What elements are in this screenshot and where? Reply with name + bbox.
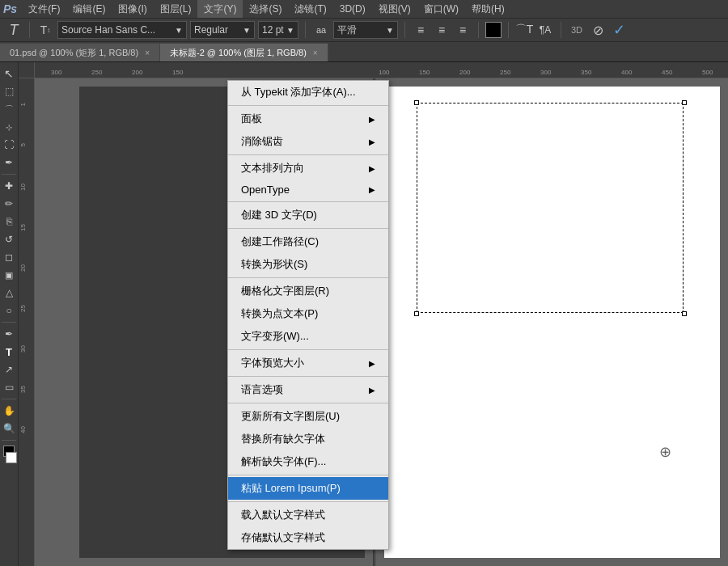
ruler-vertical: 1 5 10 15 20 25 30 35 40 xyxy=(19,78,35,566)
tool-path-select[interactable]: ↗ xyxy=(1,361,17,378)
menu-file[interactable]: 文件(F) xyxy=(22,0,66,18)
menu-create-path[interactable]: 创建工作路径(C) xyxy=(228,230,388,253)
no-entry-icon[interactable]: ⊘ xyxy=(589,21,607,39)
tab-01psd-close[interactable]: × xyxy=(145,49,150,57)
tool-stamp[interactable]: ⎘ xyxy=(1,213,17,230)
warp-text-icon[interactable]: ⌒T xyxy=(515,21,533,39)
font-family-chevron: ▼ xyxy=(175,26,183,35)
ruler-v-mark-1: 1 xyxy=(19,103,27,106)
font-style-dropdown[interactable]: Regular ▼ xyxy=(190,21,255,39)
font-size-dropdown[interactable]: 12 pt ▼ xyxy=(258,21,298,39)
tool-lasso[interactable]: ⌒ xyxy=(1,101,17,117)
tool-quick-select[interactable]: ⊹ xyxy=(1,119,17,135)
lt-sep-1 xyxy=(2,174,16,175)
menu-resolve-missing[interactable]: 解析缺失字体(F)... xyxy=(228,450,388,473)
tool-zoom[interactable]: 🔍 xyxy=(1,420,17,437)
character-panel-icon[interactable]: ¶A xyxy=(536,21,554,39)
ruler-h-mark-250: 250 xyxy=(91,69,102,76)
menu-layer[interactable]: 图层(L) xyxy=(154,0,198,18)
dd-sep-4 xyxy=(228,228,388,229)
text-color-swatch[interactable] xyxy=(485,22,502,38)
toolbar-sep-2 xyxy=(305,22,306,38)
tool-move[interactable]: ↖ xyxy=(1,65,17,82)
menu-create-3d[interactable]: 创建 3D 文字(D) xyxy=(228,204,388,226)
ruler-h2-mark-200: 200 xyxy=(459,69,470,76)
align-left-btn[interactable]: ≡ xyxy=(412,21,430,39)
menu-paste-lorem[interactable]: 粘贴 Lorem Ipsum(P) xyxy=(228,477,388,500)
dd-sep-6 xyxy=(228,349,388,350)
dd-sep-1 xyxy=(228,105,388,106)
smooth-dropdown[interactable]: 平滑 ▼ xyxy=(333,21,398,39)
tool-eraser[interactable]: ◻ xyxy=(1,249,17,265)
tool-history[interactable]: ↺ xyxy=(1,231,17,247)
menu-antialias[interactable]: 消除锯齿 xyxy=(228,130,388,153)
lt-sep-4 xyxy=(2,440,16,441)
ruler-h2-mark-250: 250 xyxy=(500,69,510,76)
3d-icon[interactable]: 3D xyxy=(568,21,586,39)
ruler-h2-mark-100: 100 xyxy=(379,69,389,76)
menu-to-point[interactable]: 转换为点文本(P) xyxy=(228,302,388,325)
toolbar-sep-3 xyxy=(404,22,405,38)
main-area: ↖ ⬚ ⌒ ⊹ ⛶ ✒ ✚ ✏ ⎘ ↺ ◻ ▣ △ ○ ✒ T ↗ ▭ ✋ 🔍 … xyxy=(0,62,728,566)
smooth-chevron: ▼ xyxy=(386,26,394,35)
ruler-v-mark-35: 35 xyxy=(19,386,27,393)
tool-pen[interactable]: ✒ xyxy=(1,326,17,342)
menu-filter[interactable]: 滤镜(T) xyxy=(288,0,332,18)
anti-alias-icon[interactable]: aa xyxy=(312,21,330,39)
tool-text[interactable]: T xyxy=(1,344,17,360)
menu-window[interactable]: 窗口(W) xyxy=(417,0,465,18)
menu-save-default[interactable]: 存储默认文字样式 xyxy=(228,526,388,549)
tool-heal[interactable]: ✚ xyxy=(1,178,17,194)
tool-brush[interactable]: ✏ xyxy=(1,196,17,212)
tool-shape[interactable]: ▭ xyxy=(1,379,17,395)
menu-help[interactable]: 帮助(H) xyxy=(465,0,511,18)
ruler-v-mark-10: 10 xyxy=(19,184,27,191)
menu-rasterize[interactable]: 栅格化文字图层(R) xyxy=(228,280,388,302)
toolbar-sep-4 xyxy=(478,22,479,38)
text-tool-icon[interactable]: T xyxy=(5,21,23,39)
menu-opentype[interactable]: OpenType xyxy=(228,180,388,200)
menu-warp[interactable]: 文字变形(W)... xyxy=(228,325,388,348)
tool-crop[interactable]: ⛶ xyxy=(1,137,17,153)
ruler-horizontal: 300 250 200 150 xyxy=(35,62,375,78)
tool-eyedropper[interactable]: ✒ xyxy=(1,154,17,171)
menu-to-shape[interactable]: 转换为形状(S) xyxy=(228,253,388,276)
menu-image[interactable]: 图像(I) xyxy=(112,0,153,18)
doc2-container[interactable]: ⊕ xyxy=(376,78,728,566)
menu-load-default[interactable]: 载入默认文字样式 xyxy=(228,504,388,526)
align-center-btn[interactable]: ≡ xyxy=(433,21,451,39)
menu-add-typekit[interactable]: 从 Typekit 添加字体(A)... xyxy=(228,81,388,103)
tool-select-rect[interactable]: ⬚ xyxy=(1,83,17,99)
menu-select[interactable]: 选择(S) xyxy=(243,0,288,18)
menu-text-dir[interactable]: 文本排列方向 xyxy=(228,157,388,180)
tool-blur[interactable]: △ xyxy=(1,285,17,301)
ruler-h2-mark-400: 400 xyxy=(621,69,632,76)
ruler-h2-mark-300: 300 xyxy=(540,69,551,76)
selection-handle-tl xyxy=(414,100,419,105)
tab-01psd[interactable]: 01.psd @ 100% (矩形 1, RGB/8) × xyxy=(0,43,160,61)
ruler-h2-mark-450: 450 xyxy=(662,69,672,76)
menu-edit[interactable]: 编辑(E) xyxy=(66,0,112,18)
menu-text[interactable]: 文字(Y) xyxy=(197,0,243,18)
text-orientation-icon[interactable]: T↕ xyxy=(36,21,54,39)
tab-untitled2[interactable]: 未标题-2 @ 100% (图层 1, RGB/8) × xyxy=(160,43,328,61)
background-color[interactable] xyxy=(6,452,17,463)
menu-panel[interactable]: 面板 xyxy=(228,108,388,130)
tab-untitled2-close[interactable]: × xyxy=(313,49,318,57)
dd-sep-5 xyxy=(228,277,388,278)
menu-view[interactable]: 视图(V) xyxy=(372,0,417,18)
tool-dodge[interactable]: ○ xyxy=(1,302,17,319)
dd-sep-10 xyxy=(228,501,388,502)
menu-3d[interactable]: 3D(D) xyxy=(333,0,372,18)
menu-replace-missing[interactable]: 替换所有缺欠字体 xyxy=(228,428,388,450)
font-family-dropdown[interactable]: Source Han Sans C... ▼ xyxy=(57,21,187,39)
ruler-h2-mark-500: 500 xyxy=(702,69,713,76)
ruler-h-mark-300: 300 xyxy=(51,69,61,76)
align-right-btn[interactable]: ≡ xyxy=(454,21,472,39)
tool-hand[interactable]: ✋ xyxy=(1,403,17,419)
commit-btn[interactable]: ✓ xyxy=(610,21,628,39)
menu-lang-opts[interactable]: 语言选项 xyxy=(228,378,388,401)
menu-font-preview[interactable]: 字体预览大小 xyxy=(228,352,388,374)
tool-gradient[interactable]: ▣ xyxy=(1,267,17,283)
menu-update-all[interactable]: 更新所有文字图层(U) xyxy=(228,405,388,428)
